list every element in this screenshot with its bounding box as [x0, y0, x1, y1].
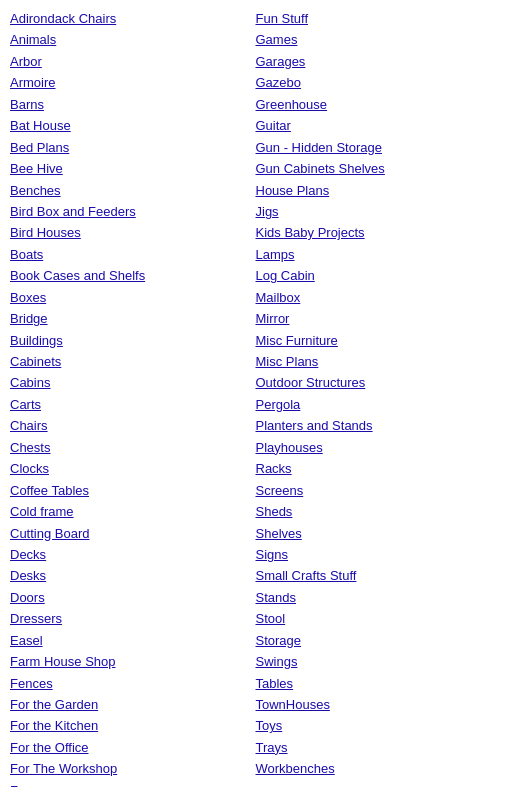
- right-link[interactable]: Garages: [256, 51, 502, 72]
- left-link[interactable]: For the Kitchen: [10, 715, 256, 736]
- right-link[interactable]: Kids Baby Projects: [256, 222, 502, 243]
- right-link[interactable]: Fun Stuff: [256, 8, 502, 29]
- left-link[interactable]: Chairs: [10, 415, 256, 436]
- left-link[interactable]: Bridge: [10, 308, 256, 329]
- right-link[interactable]: Gazebo: [256, 72, 502, 93]
- left-link[interactable]: Dressers: [10, 608, 256, 629]
- right-link[interactable]: TownHouses: [256, 694, 502, 715]
- left-link[interactable]: Fences: [10, 673, 256, 694]
- left-link[interactable]: Decks: [10, 544, 256, 565]
- left-link[interactable]: Arbor: [10, 51, 256, 72]
- left-link[interactable]: Adirondack Chairs: [10, 8, 256, 29]
- left-link[interactable]: Doors: [10, 587, 256, 608]
- left-link[interactable]: Easel: [10, 630, 256, 651]
- right-link[interactable]: Mirror: [256, 308, 502, 329]
- left-link[interactable]: Bat House: [10, 115, 256, 136]
- right-link[interactable]: Playhouses: [256, 437, 502, 458]
- right-link[interactable]: Stool: [256, 608, 502, 629]
- right-link[interactable]: Swings: [256, 651, 502, 672]
- right-link[interactable]: Lamps: [256, 244, 502, 265]
- left-link[interactable]: Animals: [10, 29, 256, 50]
- left-link[interactable]: For the Garden: [10, 694, 256, 715]
- right-link[interactable]: Guitar: [256, 115, 502, 136]
- right-link[interactable]: Toys: [256, 715, 502, 736]
- right-link[interactable]: Jigs: [256, 201, 502, 222]
- left-link[interactable]: Barns: [10, 94, 256, 115]
- left-link[interactable]: Armoire: [10, 72, 256, 93]
- left-link[interactable]: Buildings: [10, 330, 256, 351]
- left-link[interactable]: Cabins: [10, 372, 256, 393]
- right-link[interactable]: Shelves: [256, 523, 502, 544]
- right-link[interactable]: Trays: [256, 737, 502, 758]
- left-link[interactable]: Carts: [10, 394, 256, 415]
- left-link[interactable]: Bed Plans: [10, 137, 256, 158]
- left-link[interactable]: Chests: [10, 437, 256, 458]
- left-link[interactable]: For The Workshop: [10, 758, 256, 779]
- right-link[interactable]: House Plans: [256, 180, 502, 201]
- right-link[interactable]: Stands: [256, 587, 502, 608]
- right-link[interactable]: Racks: [256, 458, 502, 479]
- right-link[interactable]: Planters and Stands: [256, 415, 502, 436]
- right-link[interactable]: Gun - Hidden Storage: [256, 137, 502, 158]
- right-link[interactable]: Gun Cabinets Shelves: [256, 158, 502, 179]
- left-link[interactable]: Cabinets: [10, 351, 256, 372]
- left-link[interactable]: Book Cases and Shelfs: [10, 265, 256, 286]
- right-link[interactable]: Tables: [256, 673, 502, 694]
- right-link[interactable]: Misc Furniture: [256, 330, 502, 351]
- left-link[interactable]: Boats: [10, 244, 256, 265]
- main-columns: Adirondack ChairsAnimalsArborArmoireBarn…: [10, 8, 501, 787]
- left-link[interactable]: Desks: [10, 565, 256, 586]
- right-link[interactable]: Workbenches: [256, 758, 502, 779]
- right-link[interactable]: Signs: [256, 544, 502, 565]
- left-column: Adirondack ChairsAnimalsArborArmoireBarn…: [10, 8, 256, 787]
- left-link[interactable]: Coffee Tables: [10, 480, 256, 501]
- right-link[interactable]: Storage: [256, 630, 502, 651]
- right-link[interactable]: Screens: [256, 480, 502, 501]
- right-column: Fun StuffGamesGaragesGazeboGreenhouseGui…: [256, 8, 502, 787]
- right-link[interactable]: Log Cabin: [256, 265, 502, 286]
- left-link[interactable]: Bee Hive: [10, 158, 256, 179]
- left-link[interactable]: Benches: [10, 180, 256, 201]
- right-link[interactable]: Misc Plans: [256, 351, 502, 372]
- right-link[interactable]: Outdoor Structures: [256, 372, 502, 393]
- left-link[interactable]: Bird Box and Feeders: [10, 201, 256, 222]
- left-link[interactable]: Boxes: [10, 287, 256, 308]
- left-link[interactable]: Cold frame: [10, 501, 256, 522]
- right-link[interactable]: Small Crafts Stuff: [256, 565, 502, 586]
- left-link[interactable]: Frames: [10, 780, 256, 787]
- right-link[interactable]: Games: [256, 29, 502, 50]
- right-link[interactable]: Sheds: [256, 501, 502, 522]
- left-link[interactable]: Clocks: [10, 458, 256, 479]
- left-link[interactable]: Bird Houses: [10, 222, 256, 243]
- left-link[interactable]: Farm House Shop: [10, 651, 256, 672]
- left-link[interactable]: For the Office: [10, 737, 256, 758]
- right-link[interactable]: Mailbox: [256, 287, 502, 308]
- right-link[interactable]: Pergola: [256, 394, 502, 415]
- right-link[interactable]: Greenhouse: [256, 94, 502, 115]
- left-link[interactable]: Cutting Board: [10, 523, 256, 544]
